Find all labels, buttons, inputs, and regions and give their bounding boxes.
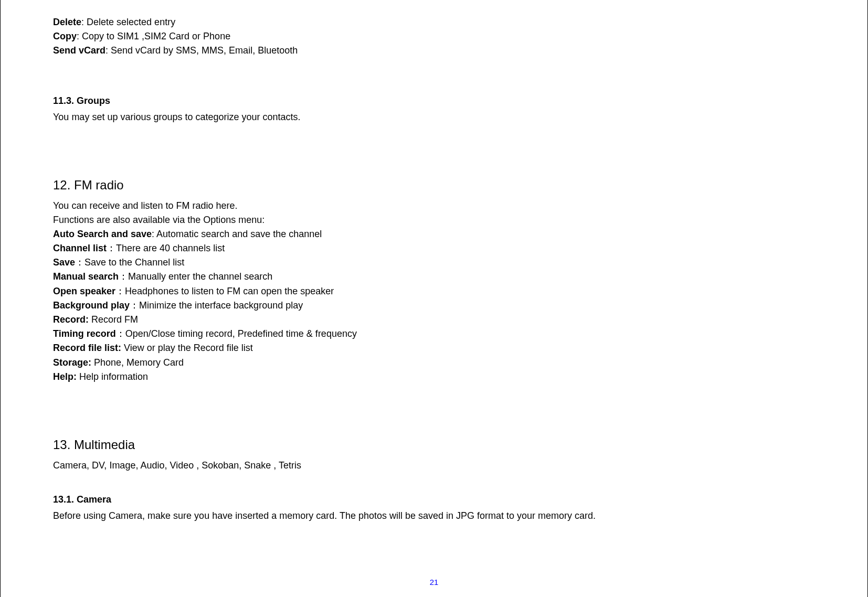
def-sep: : [105,45,111,56]
def-send-vcard: Send vCard: Send vCard by SMS, MMS, Emai… [53,44,815,57]
def-desc: Delete selected entry [87,17,175,27]
document-content: Delete: Delete selected entry Copy: Copy… [53,16,815,523]
def-desc: Headphones to listen to FM can open the … [125,286,334,296]
def-desc: Record FM [91,314,138,325]
def-sep: : [81,17,87,27]
def-term: Save [53,257,75,268]
def-sep: ： [107,243,116,253]
def-record-file-list: Record file list: View or play the Recor… [53,342,815,355]
def-term: Delete [53,17,81,27]
def-term: Timing record [53,328,116,339]
def-desc: Help information [79,371,148,382]
page-number: 21 [430,578,439,587]
def-desc: Phone, Memory Card [94,357,184,368]
def-sep: : [152,229,156,239]
body-12-intro2: Functions are also available via the Opt… [53,214,815,227]
def-term: Send vCard [53,45,105,56]
def-desc: Open/Close timing record, Predefined tim… [125,328,357,339]
def-term: Record: [53,314,89,325]
def-desc: Save to the Channel list [84,257,184,268]
def-term: Help: [53,371,77,382]
def-sep: ： [116,328,125,339]
def-desc: Copy to SIM1 ,SIM2 Card or Phone [82,31,230,41]
def-sep: : [77,31,82,41]
heading-13-1-camera: 13.1. Camera [53,493,815,506]
def-term: Channel list [53,243,107,253]
body-13: Camera, DV, Image, Audio, Video , Sokoba… [53,459,815,472]
def-desc: Send vCard by SMS, MMS, Email, Bluetooth [111,45,298,56]
def-term: Record file list: [53,343,121,353]
def-record: Record: Record FM [53,313,815,326]
def-term: Storage: [53,357,91,368]
def-channel-list: Channel list：There are 40 channels list [53,242,815,255]
def-desc: Minimize the interface background play [139,300,303,311]
def-auto-search: Auto Search and save: Automatic search a… [53,228,815,241]
def-delete: Delete: Delete selected entry [53,16,815,29]
def-desc: There are 40 channels list [116,243,225,253]
def-sep: ： [130,300,139,311]
heading-11-3-groups: 11.3. Groups [53,94,815,108]
def-save: Save：Save to the Channel list [53,256,815,269]
def-copy: Copy: Copy to SIM1 ,SIM2 Card or Phone [53,30,815,43]
def-storage: Storage: Phone, Memory Card [53,356,815,369]
def-sep: ： [119,271,128,282]
def-background-play: Background play：Minimize the interface b… [53,299,815,312]
def-term: Manual search [53,271,119,282]
def-help: Help: Help information [53,370,815,383]
def-manual-search: Manual search：Manually enter the channel… [53,270,815,283]
heading-13-multimedia: 13. Multimedia [53,436,815,454]
def-timing-record: Timing record：Open/Close timing record, … [53,327,815,340]
body-12-intro1: You can receive and listen to FM radio h… [53,199,815,212]
def-open-speaker: Open speaker：Headphones to listen to FM … [53,285,815,298]
body-13-1: Before using Camera, make sure you have … [53,509,815,523]
def-desc: View or play the Record file list [124,343,253,353]
heading-12-fm-radio: 12. FM radio [53,176,815,194]
body-11-3: You may set up various groups to categor… [53,111,815,124]
def-term: Background play [53,300,130,311]
def-desc: Automatic search and save the channel [156,229,322,239]
def-sep: ： [75,257,84,268]
def-term: Open speaker [53,286,115,296]
def-term: Auto Search and save [53,229,152,239]
def-sep: ： [115,286,125,296]
def-term: Copy [53,31,77,41]
def-desc: Manually enter the channel search [128,271,272,282]
